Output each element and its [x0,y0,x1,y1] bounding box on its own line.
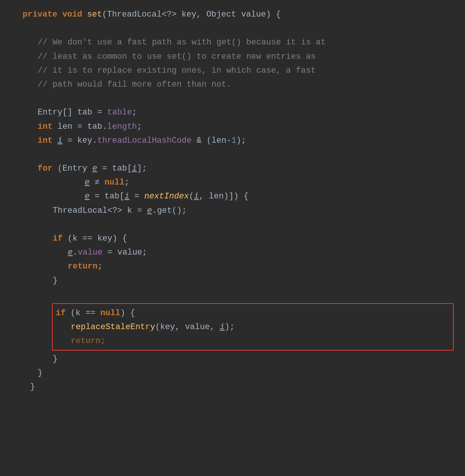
comment-line-4: // path would fail more often than not. [23,78,465,92]
if-k-key-line: if (k == key) { [23,232,465,246]
return-1-line: return ; [23,259,465,273]
number-1: 1 [231,134,236,147]
replace-stale-line: replaceStaleEntry (key, value, i ); [53,320,453,334]
highlighted-block: if (k == null ) { replaceStaleEntry (key… [52,303,454,351]
int-i-line: int i = key. threadLocalHashCode & (len-… [23,134,465,148]
comment-line-3: // it is to replace existing ones, in wh… [23,64,465,78]
for-line-1: for ( Entry e = tab[ i ]; [23,162,465,175]
for-line-2: e ≠ null ; [23,175,465,189]
field-hashcode: threadLocalHashCode [97,134,191,147]
blank-line-3 [23,148,465,162]
field-length: length [107,120,137,133]
method-replacestale: replaceStaleEntry [71,320,155,334]
param-value: value [241,8,266,21]
keyword-return-2: return [71,334,100,348]
keyword-private: private [23,8,57,21]
comment-line-1: // We don't use a fast path as with get(… [23,35,465,49]
comment-line-2: // least as common to use set() to creat… [23,50,465,64]
method-signature: private void set ( ThreadLocal<?> key , … [23,8,465,21]
int-len-line: int len = tab. length ; [23,120,465,134]
var-e-1: e [92,162,97,175]
var-e-5: e [68,246,73,259]
keyword-void: void [62,8,82,21]
method-nextindex: nextIndex [144,190,189,203]
var-e-2: e [85,176,90,189]
method-name: set [87,8,102,21]
close-for: } [23,366,465,380]
var-i-4: i [194,190,199,203]
keyword-int-2: int [38,134,53,147]
var-i-5: i [220,320,225,334]
entry-tab-line: Entry[] tab = table ; [23,105,465,119]
keyword-null-2: null [100,307,120,320]
blank-line-1 [23,21,465,35]
field-value: value [78,246,102,259]
blank-line-2 [23,92,465,105]
param-key: key [182,8,197,21]
keyword-for: for [38,162,53,175]
var-i-2: i [132,162,137,175]
param-type-2: Object [207,8,236,21]
field-table: table [107,106,132,119]
keyword-if-2: if [56,307,65,320]
keyword-int-1: int [38,120,53,133]
var-e-3: e [85,190,90,203]
close-method: } [23,380,465,394]
e-value-line: e . value = value; [23,246,465,259]
var-i-1: i [58,134,62,147]
keyword-return-1: return [68,260,97,273]
for-line-3: e = tab[ i = nextIndex ( i , len)]) { [23,189,465,203]
close-if-2: } [23,352,465,366]
blank-line-5 [23,288,465,302]
var-e-4: e [147,204,152,217]
if-k-null-line: if (k == null ) { [53,306,453,320]
code-editor: private void set ( ThreadLocal<?> key , … [0,0,465,476]
keyword-null-1: null [105,176,125,189]
keyword-if-1: if [53,232,62,245]
param-type-1: ThreadLocal<?> [107,8,176,21]
var-i-3: i [125,190,129,203]
return-2-line: return ; [53,334,453,348]
blank-line-4 [23,218,465,232]
close-if-1: } [23,274,465,288]
threadlocal-line: ThreadLocal<?> k = e .get(); [23,204,465,218]
